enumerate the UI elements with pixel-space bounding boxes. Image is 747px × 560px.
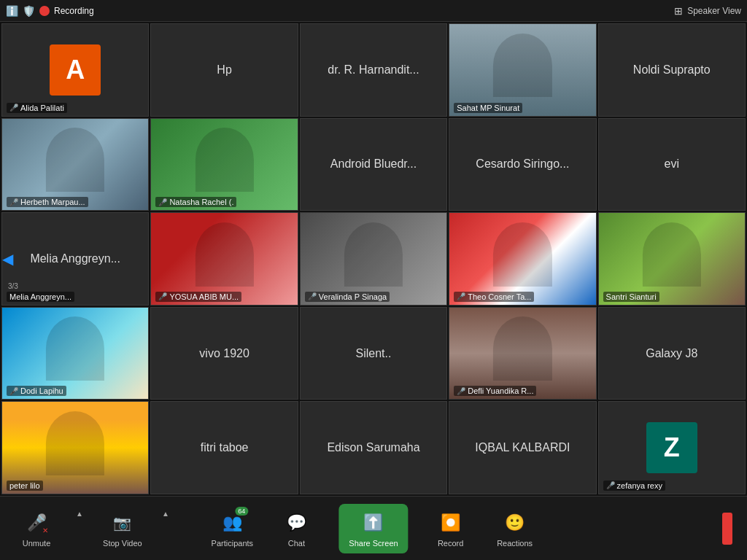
toolbar: 🎤 ✕ Unmute ▲ 📷 Stop Video ▲ 👥 64 Partici… (0, 496, 747, 560)
participants-label: Participants (212, 539, 253, 548)
top-bar-icons: ℹ️ 🛡️ Recording (6, 5, 94, 17)
video-cell-noldi: Noldi Suprapto (598, 23, 746, 117)
participant-name-theo: 🎤Theo Cosner Ta... (454, 292, 534, 302)
name-text-defli: Defli Yuandika R... (468, 386, 533, 395)
name-text-peter: peter lilo (9, 481, 40, 490)
share-screen-icon: ⬆️ (363, 513, 383, 532)
video-caret[interactable]: ▲ (162, 510, 169, 518)
participant-photo-yosua (151, 213, 297, 305)
stop-video-button[interactable]: 📷 Stop Video (101, 510, 144, 548)
mute-icon-yosua: 🎤 (158, 292, 167, 300)
name-text-melia: Melia Anggreyn... (9, 292, 71, 301)
video-cell-hp: Hp (150, 23, 298, 117)
name-text-yosua: YOSUA ABIB MU... (169, 292, 239, 301)
chat-icon: 💬 (287, 513, 306, 532)
video-cell-fitri: fitri taboe (150, 401, 298, 494)
participant-photo-santri (599, 213, 745, 305)
name-text-sahat: Sahat MP Sinurat (457, 104, 519, 112)
name-text-herbeth: Herbeth Marpau... (20, 198, 85, 206)
name-text-natasha: Natasha Rachel (. (169, 198, 233, 206)
recording-label: Recording (54, 6, 94, 16)
video-cell-yosua: 🎤YOSUA ABIB MU... (150, 212, 298, 306)
participants-count: 64 (235, 507, 248, 516)
record-icon: ⏺️ (441, 513, 460, 532)
participant-photo-veralinda (301, 213, 446, 305)
name-text-santri: Santri Sianturi (606, 292, 657, 301)
stop-video-label: Stop Video (103, 539, 142, 548)
participant-name-sahat: Sahat MP Sinurat (454, 103, 522, 113)
video-cell-zefanya: Z🎤zefanya rexy (598, 401, 746, 494)
participant-photo-theo (449, 213, 595, 305)
participant-name-zefanya: 🎤zefanya rexy (603, 481, 665, 491)
name-text-zefanya: zefanya rexy (617, 481, 662, 490)
video-cell-sahat: Sahat MP Sinurat (449, 23, 596, 117)
unmute-label: Unmute (23, 539, 51, 548)
mute-icon-defli: 🎤 (457, 387, 465, 395)
mute-icon-dodi: 🎤 (9, 387, 18, 395)
video-cell-android: Android Bluedr... (300, 118, 447, 211)
participant-name-yosua: 🎤YOSUA ABIB MU... (155, 292, 241, 302)
participant-label-harnandit: dr. R. Harnandit... (328, 63, 419, 77)
chat-button[interactable]: 💬 Chat (274, 510, 318, 548)
video-cell-veralinda: 🎤Veralinda P Sinaga (300, 212, 447, 306)
video-cell-natasha: 🎤Natasha Rachel (. (150, 118, 298, 211)
video-cell-cesardo: Cesardo Siringo... (449, 118, 596, 211)
video-cell-dodi: 🎤Dodi Lapihu (1, 307, 149, 400)
mute-icon-herbeth: 🎤 (9, 198, 18, 206)
reactions-button[interactable]: 🙂 Reactions (493, 510, 537, 548)
speaker-view-label: Speaker View (687, 6, 741, 16)
video-cell-edison: Edison Sarumaha (300, 401, 447, 494)
participant-name-herbeth: 🎤Herbeth Marpau... (7, 197, 88, 207)
top-bar-right: ⊞ Speaker View (674, 5, 741, 17)
reactions-label: Reactions (497, 539, 533, 548)
video-cell-galaxy: Galaxy J8 (598, 307, 746, 400)
toolbar-right (722, 513, 732, 545)
video-cell-defli: 🎤Defli Yuandika R... (449, 307, 596, 400)
video-cell-vivo: vivo 1920 (150, 307, 298, 400)
top-bar: ℹ️ 🛡️ Recording ⊞ Speaker View (0, 0, 747, 22)
participant-label-melia: Melia Anggreyn... (30, 252, 120, 265)
record-label: Record (438, 539, 463, 548)
share-screen-label: Share Screen (349, 539, 398, 548)
participant-label-edison: Edison Sarumaha (327, 441, 419, 454)
participant-label-evi: evi (665, 158, 679, 171)
participant-avatar-zefanya: Z (646, 422, 697, 473)
recording-dot (39, 6, 50, 16)
video-cell-herbeth: 🎤Herbeth Marpau... (1, 118, 149, 211)
unmute-button[interactable]: 🎤 ✕ Unmute (15, 510, 58, 548)
participants-button[interactable]: 👥 64 Participants (210, 510, 254, 548)
participant-photo-sahat (449, 24, 595, 116)
participant-name-defli: 🎤Defli Yuandika R... (454, 386, 536, 396)
reactions-icon: 🙂 (505, 513, 525, 532)
chat-label: Chat (288, 539, 305, 548)
name-text-veralinda: Veralinda P Sinaga (319, 292, 387, 301)
participant-avatar-alida: A (50, 44, 101, 96)
record-button[interactable]: ⏺️ Record (429, 510, 473, 548)
shield-icon: 🛡️ (23, 5, 35, 17)
video-icon: 📷 (113, 514, 131, 532)
name-text-alida: Alida Palilati (20, 104, 64, 112)
participant-label-iqbal: IQBAL KALBARDI (475, 441, 570, 454)
speaker-view-icon: ⊞ (674, 5, 683, 17)
participant-name-melia: Melia Anggreyn... (7, 292, 74, 302)
toolbar-center: 👥 64 Participants 💬 Chat ⬆️ Share Screen… (210, 504, 536, 553)
video-cell-silent: Silent.. (300, 307, 447, 400)
recording-side-indicator (722, 513, 732, 545)
active-speaker-arrow: ◀ (2, 250, 13, 268)
share-screen-button[interactable]: ⬆️ Share Screen (338, 504, 408, 553)
video-cell-alida: A🎤Alida Palilati (1, 23, 149, 117)
video-grid: A🎤Alida PalilatiHpdr. R. Harnandit...Sah… (0, 22, 747, 496)
page-indicator: 3/3 (8, 282, 18, 290)
participant-label-hp: Hp (217, 63, 231, 77)
participant-label-galaxy: Galaxy J8 (646, 347, 697, 360)
mute-icon-theo: 🎤 (457, 292, 465, 300)
mute-icon-alida: 🎤 (9, 104, 18, 112)
participant-label-noldi: Noldi Suprapto (633, 63, 711, 77)
participant-label-cesardo: Cesardo Siringo... (476, 158, 569, 171)
mute-icon-natasha: 🎤 (158, 198, 167, 206)
participants-icon: 👥 (222, 513, 242, 532)
video-cell-harnandit: dr. R. Harnandit... (300, 23, 447, 117)
toolbar-left: 🎤 ✕ Unmute ▲ 📷 Stop Video ▲ (15, 510, 169, 548)
mic-caret[interactable]: ▲ (76, 510, 83, 518)
video-cell-peter: peter lilo (1, 401, 149, 494)
